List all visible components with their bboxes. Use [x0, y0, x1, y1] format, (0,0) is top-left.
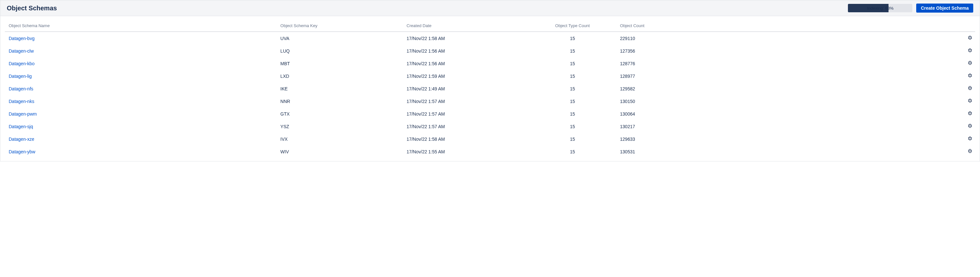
table-row: Datagen-sjqYSZ17/Nov/22 1:57 AM15130217: [5, 120, 975, 133]
schema-key-cell: LUQ: [277, 45, 403, 57]
col-header-created[interactable]: Created Date: [403, 20, 529, 32]
table-row: Datagen-ligLXD17/Nov/22 1:59 AM15128977: [5, 70, 975, 82]
schema-created-cell: 17/Nov/22 1:59 AM: [403, 70, 529, 82]
schema-type-count-cell: 15: [529, 107, 616, 120]
gear-icon: [967, 73, 973, 79]
row-actions-button[interactable]: [967, 47, 973, 54]
schema-table-wrap: Object Schema Name Object Schema Key Cre…: [0, 16, 980, 161]
gear-icon: [967, 111, 973, 117]
table-row: Datagen-kboMBT17/Nov/22 1:56 AM15128776: [5, 57, 975, 70]
row-actions-button[interactable]: [967, 110, 973, 117]
schema-created-cell: 17/Nov/22 1:57 AM: [403, 95, 529, 107]
object-schemas-page: Object Schemas Indexing: 63% Create Obje…: [0, 0, 980, 162]
schema-type-count-cell: 15: [529, 70, 616, 82]
schema-type-count-cell: 15: [529, 57, 616, 70]
table-header-row: Object Schema Name Object Schema Key Cre…: [5, 20, 975, 32]
gear-icon: [967, 48, 973, 54]
col-header-spacer: [723, 20, 962, 32]
spacer-cell: [723, 133, 962, 145]
schema-object-count-cell: 229110: [616, 32, 723, 45]
col-header-type-count[interactable]: Object Type Count: [529, 20, 616, 32]
schema-name-link[interactable]: Datagen-pwm: [9, 111, 37, 117]
gear-icon: [967, 86, 973, 92]
spacer-cell: [723, 145, 962, 158]
table-row: Datagen-pwmGTX17/Nov/22 1:57 AM15130064: [5, 107, 975, 120]
row-actions-button[interactable]: [967, 148, 973, 155]
schema-key-cell: MBT: [277, 57, 403, 70]
indexing-progress: Indexing: 63%: [848, 4, 912, 12]
schema-object-count-cell: 130531: [616, 145, 723, 158]
schema-object-count-cell: 128977: [616, 70, 723, 82]
table-row: Datagen-bvgUVA17/Nov/22 1:58 AM15229110: [5, 32, 975, 45]
spacer-cell: [723, 45, 962, 57]
schema-name-link[interactable]: Datagen-ybw: [9, 149, 35, 154]
row-actions-button[interactable]: [967, 35, 973, 42]
schema-type-count-cell: 15: [529, 145, 616, 158]
col-header-name[interactable]: Object Schema Name: [5, 20, 277, 32]
schema-key-cell: LXD: [277, 70, 403, 82]
schema-created-cell: 17/Nov/22 1:49 AM: [403, 82, 529, 95]
schema-object-count-cell: 127356: [616, 45, 723, 57]
schema-name-link[interactable]: Datagen-bvg: [9, 36, 35, 41]
schema-created-cell: 17/Nov/22 1:56 AM: [403, 45, 529, 57]
col-header-key[interactable]: Object Schema Key: [277, 20, 403, 32]
schema-name-link[interactable]: Datagen-nks: [9, 99, 34, 104]
schema-name-link[interactable]: Datagen-clw: [9, 48, 34, 54]
schema-name-link[interactable]: Datagen-xze: [9, 136, 34, 142]
gear-icon: [967, 35, 973, 41]
schema-key-cell: YSZ: [277, 120, 403, 133]
row-actions-button[interactable]: [967, 60, 973, 67]
schema-created-cell: 17/Nov/22 1:56 AM: [403, 57, 529, 70]
schema-object-count-cell: 129633: [616, 133, 723, 145]
gear-icon: [967, 60, 973, 67]
schema-created-cell: 17/Nov/22 1:57 AM: [403, 107, 529, 120]
schema-object-count-cell: 129582: [616, 82, 723, 95]
spacer-cell: [723, 32, 962, 45]
table-row: Datagen-nksNNR17/Nov/22 1:57 AM15130150: [5, 95, 975, 107]
schema-type-count-cell: 15: [529, 95, 616, 107]
table-row: Datagen-nfsIKE17/Nov/22 1:49 AM15129582: [5, 82, 975, 95]
row-actions-button[interactable]: [967, 123, 973, 130]
schema-created-cell: 17/Nov/22 1:55 AM: [403, 145, 529, 158]
schema-table: Object Schema Name Object Schema Key Cre…: [5, 20, 975, 158]
schema-key-cell: IVX: [277, 133, 403, 145]
schema-key-cell: WIV: [277, 145, 403, 158]
gear-icon: [967, 123, 973, 130]
schema-type-count-cell: 15: [529, 82, 616, 95]
schema-type-count-cell: 15: [529, 133, 616, 145]
col-header-obj-count[interactable]: Object Count: [616, 20, 723, 32]
schema-key-cell: IKE: [277, 82, 403, 95]
schema-key-cell: NNR: [277, 95, 403, 107]
spacer-cell: [723, 120, 962, 133]
spacer-cell: [723, 107, 962, 120]
schema-created-cell: 17/Nov/22 1:58 AM: [403, 32, 529, 45]
table-row: Datagen-ybwWIV17/Nov/22 1:55 AM15130531: [5, 145, 975, 158]
table-row: Datagen-clwLUQ17/Nov/22 1:56 AM15127356: [5, 45, 975, 57]
schema-object-count-cell: 130064: [616, 107, 723, 120]
row-actions-button[interactable]: [967, 85, 973, 92]
spacer-cell: [723, 57, 962, 70]
schema-key-cell: GTX: [277, 107, 403, 120]
schema-object-count-cell: 128776: [616, 57, 723, 70]
schema-name-link[interactable]: Datagen-nfs: [9, 86, 33, 91]
table-row: Datagen-xzeIVX17/Nov/22 1:58 AM15129633: [5, 133, 975, 145]
indexing-progress-label: Indexing: 63%: [848, 4, 912, 12]
spacer-cell: [723, 70, 962, 82]
schema-name-link[interactable]: Datagen-kbo: [9, 61, 35, 66]
spacer-cell: [723, 82, 962, 95]
schema-type-count-cell: 15: [529, 45, 616, 57]
schema-name-link[interactable]: Datagen-lig: [9, 74, 32, 79]
schema-name-link[interactable]: Datagen-sjq: [9, 124, 33, 129]
gear-icon: [967, 136, 973, 142]
schema-created-cell: 17/Nov/22 1:57 AM: [403, 120, 529, 133]
spacer-cell: [723, 95, 962, 107]
gear-icon: [967, 149, 973, 155]
page-title: Object Schemas: [7, 5, 57, 12]
create-object-schema-button[interactable]: Create Object Schema: [916, 3, 973, 13]
page-header: Object Schemas Indexing: 63% Create Obje…: [0, 0, 980, 16]
gear-icon: [967, 98, 973, 104]
row-actions-button[interactable]: [967, 72, 973, 80]
row-actions-button[interactable]: [967, 98, 973, 105]
schema-key-cell: UVA: [277, 32, 403, 45]
row-actions-button[interactable]: [967, 135, 973, 143]
